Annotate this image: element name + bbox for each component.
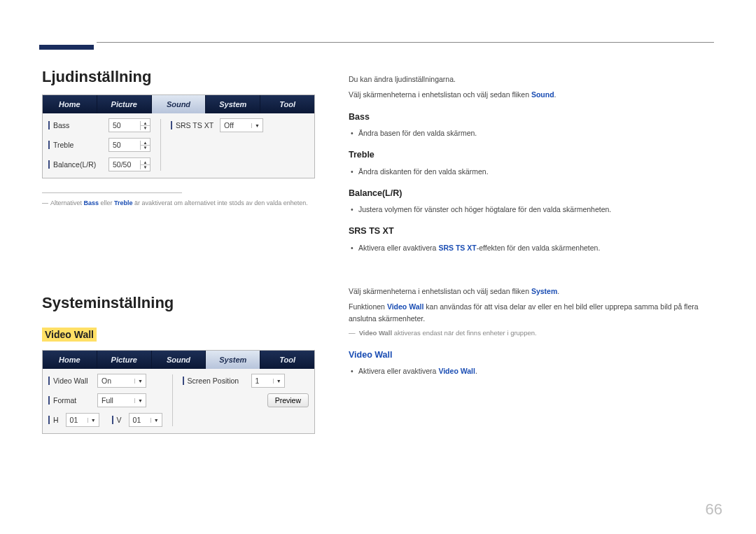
- footnote-text: är avaktiverat om alternativet inte stöd…: [133, 199, 308, 206]
- videowall-heading: Video Wall: [349, 349, 714, 362]
- screenpos-dropdown[interactable]: 1 ▼: [251, 374, 285, 388]
- dash-icon: ―: [42, 199, 49, 208]
- srs-value: Off: [220, 121, 251, 129]
- system-left-column: Systeminställning Video Wall Home Pictur…: [42, 281, 315, 448]
- chevron-down-icon[interactable]: ▼: [150, 418, 162, 423]
- bass-desc: Ändra basen för den valda skärmen.: [358, 127, 714, 139]
- h-dropdown[interactable]: 01 ▼: [66, 413, 99, 427]
- sound-group-right: SRS TS XT Off ▼: [171, 118, 263, 172]
- format-label: Format: [48, 396, 93, 405]
- vertical-divider: [172, 374, 173, 426]
- dash-icon: ―: [349, 328, 357, 339]
- h-label: H: [48, 416, 62, 424]
- balance-label: Balance(L/R): [48, 160, 104, 169]
- tab-tool[interactable]: Tool: [260, 95, 314, 113]
- tab-home[interactable]: Home: [43, 351, 97, 369]
- format-dropdown[interactable]: Full ▼: [97, 393, 146, 407]
- format-value: Full: [98, 396, 134, 405]
- system-fn-desc: Funktionen Video Wall kan användas för a…: [349, 301, 714, 324]
- vertical-divider: [160, 119, 161, 171]
- footnote-treble: Treble: [114, 199, 133, 206]
- sound-left-column: Ljudinställning Home Picture Sound Syste…: [42, 55, 315, 256]
- treble-stepper[interactable]: 50 ▲ ▼: [108, 138, 150, 152]
- videowall-desc: Aktivera eller avaktivera Video Wall.: [358, 365, 714, 377]
- header-rule: [97, 42, 714, 43]
- treble-value: 50: [109, 141, 140, 149]
- system-panel: Home Picture Sound System Tool Video Wal…: [42, 350, 315, 434]
- bass-value: 50: [109, 121, 140, 129]
- sound-intro-1: Du kan ändra ljudinställningarna.: [349, 73, 714, 85]
- tab-tool[interactable]: Tool: [260, 351, 314, 369]
- balance-desc: Justera volymen för vänster och höger hö…: [358, 204, 714, 215]
- srs-dropdown[interactable]: Off ▼: [220, 118, 263, 132]
- tab-picture[interactable]: Picture: [97, 95, 152, 113]
- bass-heading: Bass: [349, 111, 714, 124]
- tab-home[interactable]: Home: [43, 95, 97, 113]
- videowall-value: On: [98, 377, 134, 385]
- balance-value: 50/50: [109, 160, 140, 169]
- system-group-left: Video Wall On ▼ Format Full ▼: [48, 373, 162, 428]
- preview-button[interactable]: Preview: [267, 393, 309, 407]
- screenpos-label: Screen Position: [183, 377, 247, 385]
- v-value: 01: [130, 416, 150, 424]
- footnote-text: eller: [99, 199, 114, 206]
- tab-sound[interactable]: Sound: [152, 351, 206, 369]
- srs-desc: Aktivera eller avaktivera SRS TS XT-effe…: [358, 242, 714, 253]
- balance-heading: Balance(L/R): [349, 187, 714, 200]
- sound-tabbar: Home Picture Sound System Tool: [43, 95, 314, 113]
- v-label: V: [112, 416, 125, 424]
- system-note: ― Video Wall aktiveras endast när det fi…: [349, 328, 714, 339]
- chevron-down-icon[interactable]: ▼: [134, 379, 146, 384]
- system-right-column: Välj skärmenheterna i enhetslistan och v…: [349, 281, 714, 448]
- sound-right-column: Du kan ändra ljudinställningarna. Välj s…: [349, 55, 714, 256]
- tab-system[interactable]: System: [206, 95, 260, 113]
- tab-system[interactable]: System: [206, 351, 260, 369]
- sound-panel: Home Picture Sound System Tool Bass 50: [42, 94, 315, 178]
- page-number: 66: [706, 500, 722, 519]
- system-title: Systeminställning: [42, 294, 315, 312]
- chevron-down-icon[interactable]: ▼: [251, 123, 262, 128]
- balance-stepper[interactable]: 50/50 ▲ ▼: [108, 157, 150, 171]
- bass-stepper[interactable]: 50 ▲ ▼: [108, 118, 150, 132]
- system-group-right: Screen Position 1 ▼ Preview: [183, 373, 309, 428]
- caret-down-icon[interactable]: ▼: [141, 145, 150, 150]
- header-accent-bar: [39, 45, 94, 50]
- sound-panel-body: Bass 50 ▲ ▼ Treble: [43, 113, 314, 178]
- treble-label: Treble: [48, 141, 104, 149]
- videowall-dropdown[interactable]: On ▼: [97, 374, 146, 388]
- sound-intro-2: Välj skärmenheterna i enhetslistan och v…: [349, 89, 714, 100]
- chevron-down-icon[interactable]: ▼: [88, 418, 99, 423]
- bass-label: Bass: [48, 121, 104, 129]
- system-tabbar: Home Picture Sound System Tool: [43, 351, 314, 369]
- footnote-rule: [42, 192, 182, 193]
- videowall-label: Video Wall: [48, 377, 93, 385]
- sound-section: Ljudinställning Home Picture Sound Syste…: [42, 55, 714, 256]
- tab-sound[interactable]: Sound: [152, 95, 206, 113]
- system-panel-body: Video Wall On ▼ Format Full ▼: [43, 369, 314, 433]
- sound-footnote: ― Alternativet Bass eller Treble är avak…: [42, 199, 315, 208]
- chevron-down-icon[interactable]: ▼: [273, 379, 284, 384]
- sound-group-left: Bass 50 ▲ ▼ Treble: [48, 118, 150, 172]
- v-dropdown[interactable]: 01 ▼: [129, 413, 162, 427]
- caret-down-icon[interactable]: ▼: [141, 125, 150, 130]
- srs-heading: SRS TS XT: [349, 225, 714, 238]
- system-intro-1: Välj skärmenheterna i enhetslistan och v…: [349, 286, 714, 297]
- treble-heading: Treble: [349, 148, 714, 162]
- system-section: Systeminställning Video Wall Home Pictur…: [42, 281, 714, 448]
- srs-label: SRS TS XT: [171, 121, 216, 129]
- sound-title: Ljudinställning: [42, 68, 315, 86]
- video-wall-highlight: Video Wall: [42, 328, 97, 342]
- footnote-text: Alternativet: [50, 199, 84, 206]
- caret-down-icon[interactable]: ▼: [141, 164, 150, 169]
- chevron-down-icon[interactable]: ▼: [134, 398, 146, 403]
- tab-picture[interactable]: Picture: [97, 351, 152, 369]
- treble-desc: Ändra diskanten för den valda skärmen.: [358, 166, 714, 177]
- screenpos-value: 1: [252, 377, 273, 385]
- h-value: 01: [66, 416, 88, 424]
- page-root: Ljudinställning Home Picture Sound Syste…: [0, 0, 756, 476]
- footnote-bass: Bass: [84, 199, 99, 206]
